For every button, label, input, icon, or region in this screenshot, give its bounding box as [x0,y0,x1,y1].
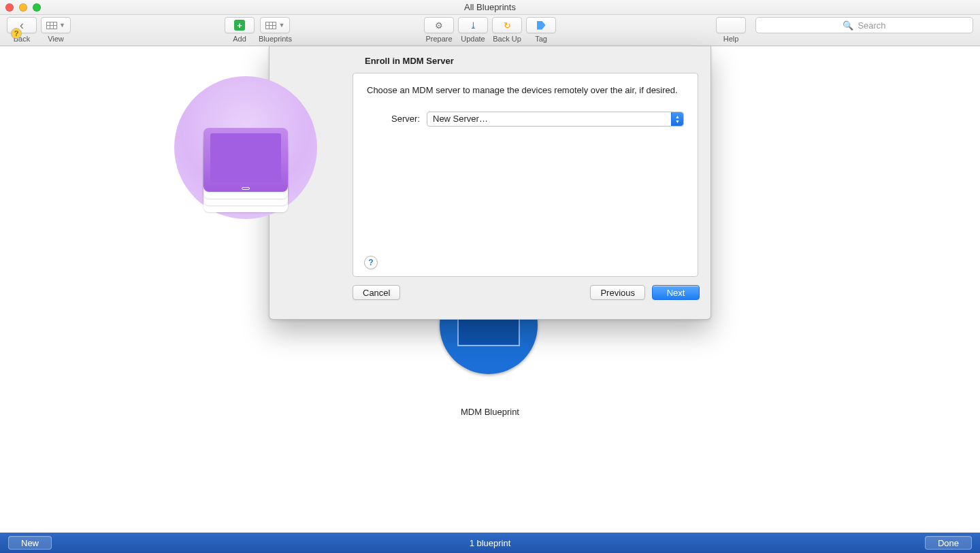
server-popup-value: New Server… [433,114,488,124]
tag-button[interactable] [526,17,556,33]
help-button[interactable]: ? [716,17,746,33]
search-input[interactable]: 🔍 Search [755,17,973,33]
toolbar: Back ▼ View + Add ▼ Blueprints ⚙︎ Prepar… [0,15,980,46]
sheet-help-button[interactable]: ? [364,256,378,269]
question-icon: ? [368,258,373,267]
help-label: Help [723,35,739,43]
download-icon: ⤓ [470,20,477,31]
enroll-mdm-sheet: Enroll in MDM Server Choose an MDM serve… [269,46,711,320]
previous-button[interactable]: Previous [590,285,645,300]
content-area: MDM Blueprint Enroll in MDM Server Choos… [0,46,980,533]
view-button[interactable]: ▼ [41,17,71,33]
update-button[interactable]: ⤓ [458,17,488,33]
prepare-button[interactable]: ⚙︎ [424,17,454,33]
window-title: All Blueprints [0,2,980,12]
next-button[interactable]: Next [652,285,700,300]
plus-icon: + [234,20,245,31]
search-placeholder: Search [858,20,885,31]
cancel-button[interactable]: Cancel [353,285,400,300]
sheet-description: Choose an MDM server to manage the devic… [367,84,684,97]
blueprints-button[interactable]: ▼ [260,17,290,33]
clock-arrow-icon: ↻ [504,20,511,31]
backup-label: Back Up [493,35,521,43]
popup-stepper-icon [671,112,683,126]
add-label: Add [233,35,246,43]
tag-icon [537,21,546,30]
tag-label: Tag [535,35,547,43]
backup-button[interactable]: ↻ [492,17,522,33]
ipad-stack-illustration-icon [174,76,317,219]
chevron-down-icon: ▼ [278,22,284,29]
search-icon: 🔍 [843,20,853,31]
blueprints-label: Blueprints [259,35,292,43]
server-field-label: Server: [387,114,420,124]
blueprint-count: 1 blueprint [0,538,980,548]
prepare-label: Prepare [425,35,452,43]
blueprint-item-label: MDM Blueprint [0,407,980,417]
bottom-bar: New 1 blueprint Done [0,533,980,553]
view-label: View [48,35,64,43]
grid-icon [46,22,57,29]
sheet-title: Enroll in MDM Server [353,56,710,73]
server-popup[interactable]: New Server… [427,112,684,127]
add-button[interactable]: + [225,17,255,33]
chevron-down-icon: ▼ [59,22,65,29]
help-icon: ? [11,28,22,39]
blueprint-grid-icon [265,22,276,29]
update-label: Update [461,35,485,43]
gear-circle-icon: ⚙︎ [435,20,443,31]
titlebar: All Blueprints [0,0,980,15]
